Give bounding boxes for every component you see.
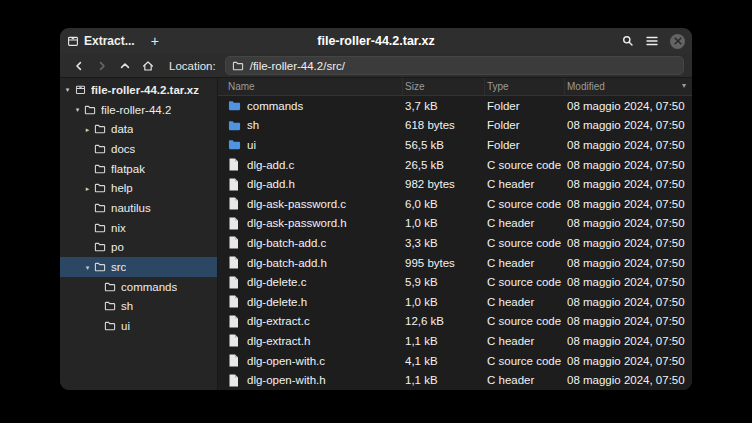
- table-row[interactable]: dlg-open-with.h 1,1 kB C header 08 maggi…: [218, 370, 692, 390]
- sidebar-item-src[interactable]: ▾ src: [60, 257, 217, 277]
- menu-button[interactable]: [646, 36, 658, 46]
- file-name: dlg-ask-password.h: [247, 217, 347, 229]
- file-type: C header: [485, 257, 565, 269]
- folder-icon: [93, 163, 107, 175]
- file-modified: 08 maggio 2024, 07:50: [565, 257, 692, 269]
- file-modified: 08 maggio 2024, 07:50: [565, 237, 692, 249]
- sidebar-item-file-roller-44.2[interactable]: ▾ file-roller-44.2: [60, 100, 217, 120]
- expander-icon[interactable]: ▾: [62, 86, 73, 93]
- sidebar-item-ui[interactable]: ui: [60, 316, 217, 336]
- file-size: 1,0 kB: [403, 217, 485, 229]
- chevron-right-icon: [97, 61, 107, 71]
- table-row[interactable]: dlg-ask-password.c 6,0 kB C source code …: [218, 194, 692, 214]
- close-icon: [674, 37, 682, 45]
- column-header-modified[interactable]: Modified: [565, 78, 692, 95]
- file-icon: [228, 276, 241, 289]
- add-files-button[interactable]: +: [145, 32, 165, 50]
- column-header-name[interactable]: Name: [218, 78, 403, 95]
- table-row[interactable]: dlg-extract.c 12,6 kB C source code 08 m…: [218, 312, 692, 332]
- table-row[interactable]: ui 56,5 kB Folder 08 maggio 2024, 07:50: [218, 135, 692, 155]
- file-modified: 08 maggio 2024, 07:50: [565, 217, 692, 229]
- navigation-toolbar: Location: /file-roller-44.2/src/: [60, 54, 692, 78]
- file-size: 618 bytes: [403, 119, 485, 131]
- file-modified: 08 maggio 2024, 07:50: [565, 198, 692, 210]
- file-type: C header: [485, 374, 565, 386]
- sidebar-item-nix[interactable]: nix: [60, 218, 217, 238]
- table-row[interactable]: dlg-batch-add.h 995 bytes C header 08 ma…: [218, 253, 692, 273]
- file-size: 4,1 kB: [403, 355, 485, 367]
- table-row[interactable]: commands 3,7 kB Folder 08 maggio 2024, 0…: [218, 96, 692, 116]
- table-row[interactable]: dlg-delete.c 5,9 kB C source code 08 mag…: [218, 272, 692, 292]
- file-modified: 08 maggio 2024, 07:50: [565, 335, 692, 347]
- file-size: 995 bytes: [403, 257, 485, 269]
- table-row[interactable]: dlg-add.c 26,5 kB C source code 08 maggi…: [218, 155, 692, 175]
- file-size: 3,7 kB: [403, 100, 485, 112]
- expander-icon[interactable]: ▾: [72, 106, 83, 113]
- search-button[interactable]: [622, 35, 634, 47]
- expander-icon[interactable]: ▸: [82, 126, 93, 133]
- table-row[interactable]: dlg-ask-password.h 1,0 kB C header 08 ma…: [218, 214, 692, 234]
- file-type: Folder: [485, 119, 565, 131]
- folder-icon: [93, 143, 107, 155]
- table-row[interactable]: dlg-batch-add.c 3,3 kB C source code 08 …: [218, 233, 692, 253]
- sidebar-item-docs[interactable]: docs: [60, 139, 217, 159]
- file-size: 1,0 kB: [403, 296, 485, 308]
- location-input[interactable]: /file-roller-44.2/src/: [225, 56, 684, 75]
- table-row[interactable]: dlg-open-with.c 4,1 kB C source code 08 …: [218, 351, 692, 371]
- table-row[interactable]: dlg-delete.h 1,0 kB C header 08 maggio 2…: [218, 292, 692, 312]
- file-name: dlg-extract.c: [247, 315, 310, 327]
- sidebar-item-file-roller-44.2.tar.xz[interactable]: ▾ file-roller-44.2.tar.xz: [60, 80, 217, 100]
- sidebar-item-sh[interactable]: sh: [60, 297, 217, 317]
- sidebar-item-help[interactable]: ▸ help: [60, 178, 217, 198]
- archive-manager-window: file-roller-44.2.tar.xz Extract... +: [60, 28, 692, 390]
- file-modified: 08 maggio 2024, 07:50: [565, 296, 692, 308]
- table-row[interactable]: dlg-add.h 982 bytes C header 08 maggio 2…: [218, 174, 692, 194]
- sidebar-item-flatpak[interactable]: flatpak: [60, 159, 217, 179]
- file-modified: 08 maggio 2024, 07:50: [565, 159, 692, 171]
- close-button[interactable]: [670, 34, 685, 49]
- table-row[interactable]: dlg-extract.h 1,1 kB C header 08 maggio …: [218, 331, 692, 351]
- file-modified: 08 maggio 2024, 07:50: [565, 276, 692, 288]
- file-size: 5,9 kB: [403, 276, 485, 288]
- window-title: file-roller-44.2.tar.xz: [160, 34, 592, 48]
- expander-icon[interactable]: ▾: [82, 264, 93, 271]
- extract-button[interactable]: Extract...: [67, 34, 135, 48]
- folder-icon: [228, 138, 241, 151]
- table-row[interactable]: sh 618 bytes Folder 08 maggio 2024, 07:5…: [218, 116, 692, 136]
- file-list-pane: Name Size Type Modified ▾: [218, 78, 692, 390]
- home-button[interactable]: [137, 56, 158, 76]
- back-button[interactable]: [68, 56, 89, 76]
- file-icon: [228, 295, 241, 308]
- forward-button[interactable]: [91, 56, 112, 76]
- file-type: C header: [485, 217, 565, 229]
- file-icon: [228, 354, 241, 367]
- column-header-type[interactable]: Type: [485, 78, 565, 95]
- folder-icon: [93, 241, 107, 253]
- archive-icon: [73, 84, 87, 95]
- file-name: dlg-ask-password.c: [247, 198, 346, 210]
- sidebar-item-label: src: [111, 261, 126, 273]
- up-button[interactable]: [114, 56, 135, 76]
- plus-icon: +: [151, 33, 159, 49]
- file-type: C header: [485, 335, 565, 347]
- extract-archive-icon: [67, 35, 79, 47]
- sidebar-item-nautilus[interactable]: nautilus: [60, 198, 217, 218]
- folder-icon: [83, 104, 97, 116]
- sort-indicator-icon[interactable]: ▾: [682, 82, 686, 90]
- sidebar-item-data[interactable]: ▸ data: [60, 119, 217, 139]
- file-name: dlg-delete.h: [247, 296, 307, 308]
- file-icon: [228, 178, 241, 191]
- file-type: Folder: [485, 139, 565, 151]
- search-icon: [622, 35, 634, 47]
- sidebar-item-label: commands: [121, 281, 177, 293]
- sidebar-item-po[interactable]: po: [60, 238, 217, 258]
- chevron-up-icon: [120, 61, 130, 71]
- headerbar: file-roller-44.2.tar.xz Extract... +: [60, 28, 692, 54]
- folder-icon: [93, 202, 107, 214]
- sidebar-item-commands[interactable]: commands: [60, 277, 217, 297]
- folder-icon: [228, 99, 241, 112]
- sidebar-item-label: nautilus: [111, 202, 151, 214]
- expander-icon[interactable]: ▸: [82, 185, 93, 192]
- column-header-size[interactable]: Size: [403, 78, 485, 95]
- file-size: 3,3 kB: [403, 237, 485, 249]
